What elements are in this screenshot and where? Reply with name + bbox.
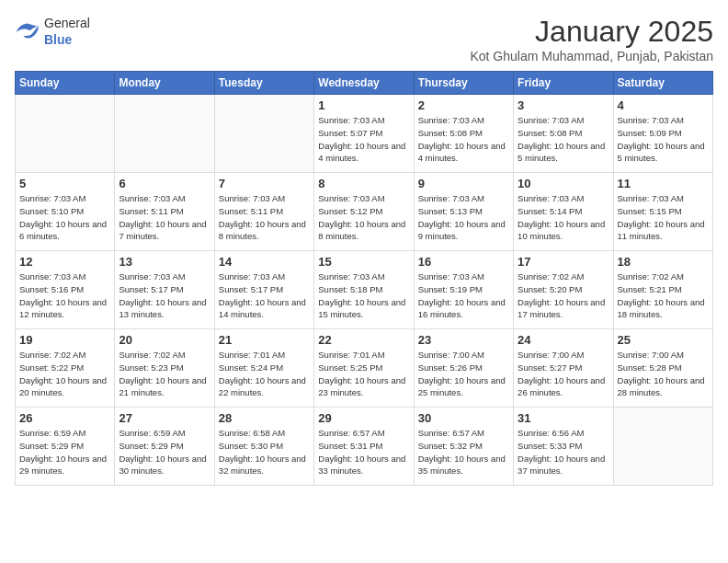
day-info: Sunrise: 7:03 AM Sunset: 5:17 PM Dayligh… <box>219 270 310 321</box>
page-header: General Blue January 2025 Kot Ghulam Muh… <box>15 15 713 63</box>
day-info: Sunrise: 7:00 AM Sunset: 5:28 PM Dayligh… <box>618 349 709 399</box>
day-number: 20 <box>119 333 210 347</box>
week-row-3: 12Sunrise: 7:03 AM Sunset: 5:16 PM Dayli… <box>16 251 713 329</box>
day-info: Sunrise: 6:58 AM Sunset: 5:30 PM Dayligh… <box>219 427 310 477</box>
day-info: Sunrise: 7:02 AM Sunset: 5:23 PM Dayligh… <box>119 349 210 399</box>
day-cell: 23Sunrise: 7:00 AM Sunset: 5:26 PM Dayli… <box>414 329 513 408</box>
calendar-table: SundayMondayTuesdayWednesdayThursdayFrid… <box>15 71 713 486</box>
day-info: Sunrise: 7:03 AM Sunset: 5:11 PM Dayligh… <box>119 192 210 243</box>
day-info: Sunrise: 7:03 AM Sunset: 5:11 PM Dayligh… <box>219 192 310 243</box>
weekday-header-tuesday: Tuesday <box>214 72 313 95</box>
day-number: 4 <box>618 98 709 112</box>
day-cell <box>613 408 712 486</box>
day-info: Sunrise: 7:03 AM Sunset: 5:15 PM Dayligh… <box>618 192 709 243</box>
day-number: 13 <box>119 255 210 269</box>
day-number: 19 <box>19 333 110 347</box>
day-cell: 1Sunrise: 7:03 AM Sunset: 5:07 PM Daylig… <box>314 95 414 173</box>
day-number: 2 <box>418 98 509 112</box>
day-cell: 12Sunrise: 7:03 AM Sunset: 5:16 PM Dayli… <box>16 251 115 329</box>
day-cell: 7Sunrise: 7:03 AM Sunset: 5:11 PM Daylig… <box>214 173 313 251</box>
day-number: 22 <box>318 333 409 347</box>
day-info: Sunrise: 7:03 AM Sunset: 5:16 PM Dayligh… <box>19 270 110 321</box>
day-number: 8 <box>318 177 409 190</box>
day-cell: 2Sunrise: 7:03 AM Sunset: 5:08 PM Daylig… <box>414 95 513 173</box>
day-info: Sunrise: 7:03 AM Sunset: 5:08 PM Dayligh… <box>418 114 509 165</box>
weekday-header-saturday: Saturday <box>613 72 712 95</box>
day-number: 10 <box>518 177 609 190</box>
day-info: Sunrise: 7:01 AM Sunset: 5:25 PM Dayligh… <box>318 349 409 399</box>
day-info: Sunrise: 7:03 AM Sunset: 5:09 PM Dayligh… <box>618 114 709 165</box>
day-number: 7 <box>219 177 310 190</box>
day-cell: 26Sunrise: 6:59 AM Sunset: 5:29 PM Dayli… <box>16 408 115 486</box>
day-cell: 22Sunrise: 7:01 AM Sunset: 5:25 PM Dayli… <box>314 329 414 408</box>
day-number: 27 <box>119 411 210 425</box>
day-cell: 29Sunrise: 6:57 AM Sunset: 5:31 PM Dayli… <box>314 408 414 486</box>
day-info: Sunrise: 7:01 AM Sunset: 5:24 PM Dayligh… <box>219 349 310 399</box>
day-cell: 19Sunrise: 7:02 AM Sunset: 5:22 PM Dayli… <box>16 329 115 408</box>
day-cell <box>115 95 214 173</box>
weekday-header-wednesday: Wednesday <box>314 72 414 95</box>
day-number: 11 <box>618 177 709 190</box>
week-row-4: 19Sunrise: 7:02 AM Sunset: 5:22 PM Dayli… <box>16 329 713 408</box>
day-cell: 17Sunrise: 7:02 AM Sunset: 5:20 PM Dayli… <box>514 251 613 329</box>
logo: General Blue <box>15 15 90 48</box>
day-number: 14 <box>219 255 310 269</box>
day-cell: 5Sunrise: 7:03 AM Sunset: 5:10 PM Daylig… <box>16 173 115 251</box>
day-number: 15 <box>318 255 409 269</box>
day-info: Sunrise: 7:02 AM Sunset: 5:20 PM Dayligh… <box>518 270 609 321</box>
weekday-header-thursday: Thursday <box>414 72 513 95</box>
day-info: Sunrise: 7:03 AM Sunset: 5:12 PM Dayligh… <box>318 192 409 243</box>
day-number: 23 <box>418 333 509 347</box>
day-cell: 9Sunrise: 7:03 AM Sunset: 5:13 PM Daylig… <box>414 173 513 251</box>
day-info: Sunrise: 6:59 AM Sunset: 5:29 PM Dayligh… <box>119 427 210 477</box>
week-row-5: 26Sunrise: 6:59 AM Sunset: 5:29 PM Dayli… <box>16 408 713 486</box>
day-info: Sunrise: 6:59 AM Sunset: 5:29 PM Dayligh… <box>19 427 110 477</box>
day-cell <box>214 95 313 173</box>
day-number: 17 <box>518 255 609 269</box>
day-number: 28 <box>219 411 310 425</box>
calendar-title: January 2025 <box>470 15 713 49</box>
day-cell: 18Sunrise: 7:02 AM Sunset: 5:21 PM Dayli… <box>613 251 712 329</box>
calendar-subtitle: Kot Ghulam Muhammad, Punjab, Pakistan <box>470 49 713 63</box>
day-cell: 25Sunrise: 7:00 AM Sunset: 5:28 PM Dayli… <box>613 329 712 408</box>
day-cell: 14Sunrise: 7:03 AM Sunset: 5:17 PM Dayli… <box>214 251 313 329</box>
weekday-header-row: SundayMondayTuesdayWednesdayThursdayFrid… <box>16 72 713 95</box>
day-info: Sunrise: 7:03 AM Sunset: 5:18 PM Dayligh… <box>318 270 409 321</box>
day-number: 29 <box>318 411 409 425</box>
day-cell: 31Sunrise: 6:56 AM Sunset: 5:33 PM Dayli… <box>514 408 613 486</box>
day-info: Sunrise: 7:02 AM Sunset: 5:21 PM Dayligh… <box>618 270 709 321</box>
day-cell: 11Sunrise: 7:03 AM Sunset: 5:15 PM Dayli… <box>613 173 712 251</box>
weekday-header-friday: Friday <box>514 72 613 95</box>
day-number: 31 <box>518 411 609 425</box>
day-number: 6 <box>119 177 210 190</box>
day-info: Sunrise: 7:03 AM Sunset: 5:13 PM Dayligh… <box>418 192 509 243</box>
day-number: 30 <box>418 411 509 425</box>
logo-text: General Blue <box>44 15 90 48</box>
day-number: 26 <box>19 411 110 425</box>
day-info: Sunrise: 7:02 AM Sunset: 5:22 PM Dayligh… <box>19 349 110 399</box>
day-cell: 21Sunrise: 7:01 AM Sunset: 5:24 PM Dayli… <box>214 329 313 408</box>
day-info: Sunrise: 7:03 AM Sunset: 5:08 PM Dayligh… <box>518 114 609 165</box>
title-block: January 2025 Kot Ghulam Muhammad, Punjab… <box>470 15 713 63</box>
day-info: Sunrise: 7:00 AM Sunset: 5:26 PM Dayligh… <box>418 349 509 399</box>
day-info: Sunrise: 7:00 AM Sunset: 5:27 PM Dayligh… <box>518 349 609 399</box>
day-cell: 30Sunrise: 6:57 AM Sunset: 5:32 PM Dayli… <box>414 408 513 486</box>
day-number: 1 <box>318 98 409 112</box>
day-info: Sunrise: 6:57 AM Sunset: 5:31 PM Dayligh… <box>318 427 409 477</box>
day-number: 25 <box>618 333 709 347</box>
weekday-header-monday: Monday <box>115 72 214 95</box>
day-info: Sunrise: 7:03 AM Sunset: 5:14 PM Dayligh… <box>518 192 609 243</box>
day-cell: 13Sunrise: 7:03 AM Sunset: 5:17 PM Dayli… <box>115 251 214 329</box>
day-info: Sunrise: 7:03 AM Sunset: 5:07 PM Dayligh… <box>318 114 409 165</box>
day-cell <box>16 95 115 173</box>
day-cell: 4Sunrise: 7:03 AM Sunset: 5:09 PM Daylig… <box>613 95 712 173</box>
day-number: 9 <box>418 177 509 190</box>
day-number: 24 <box>518 333 609 347</box>
day-cell: 20Sunrise: 7:02 AM Sunset: 5:23 PM Dayli… <box>115 329 214 408</box>
day-info: Sunrise: 6:57 AM Sunset: 5:32 PM Dayligh… <box>418 427 509 477</box>
day-cell: 24Sunrise: 7:00 AM Sunset: 5:27 PM Dayli… <box>514 329 613 408</box>
day-number: 5 <box>19 177 110 190</box>
day-info: Sunrise: 6:56 AM Sunset: 5:33 PM Dayligh… <box>518 427 609 477</box>
day-cell: 3Sunrise: 7:03 AM Sunset: 5:08 PM Daylig… <box>514 95 613 173</box>
day-number: 21 <box>219 333 310 347</box>
